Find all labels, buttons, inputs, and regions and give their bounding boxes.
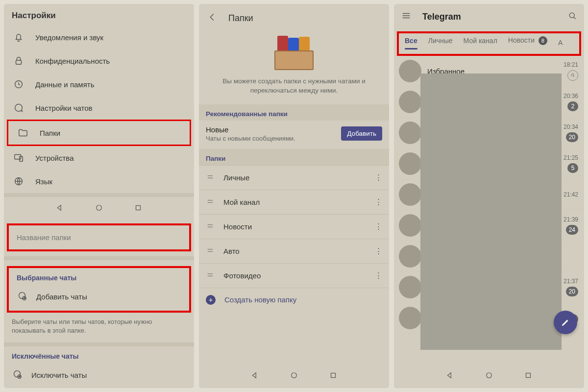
panel-settings: Настройки Уведомления и звук Конфиденциа… bbox=[4, 4, 194, 388]
more-icon[interactable]: ⋮ bbox=[375, 222, 382, 231]
drag-icon[interactable] bbox=[206, 172, 215, 183]
drag-icon[interactable] bbox=[206, 246, 215, 256]
avatar bbox=[399, 214, 421, 237]
exclude-chat-icon bbox=[12, 369, 23, 381]
settings-item-label: Устройства bbox=[35, 154, 74, 162]
nav-back-icon[interactable] bbox=[250, 371, 259, 382]
chat-time: 21:39 bbox=[564, 216, 578, 223]
add-chats-label: Добавить чаты bbox=[36, 293, 87, 301]
settings-item-privacy[interactable]: Конфиденциальность bbox=[4, 49, 194, 73]
search-icon[interactable] bbox=[567, 11, 577, 23]
add-chat-icon bbox=[17, 291, 27, 303]
nav-back-icon[interactable] bbox=[55, 203, 64, 214]
settings-item-folders[interactable]: Папки bbox=[7, 120, 191, 146]
unread-badge: 20 bbox=[566, 132, 578, 142]
unread-badge: 2 bbox=[567, 101, 578, 111]
folders-hero-text: Вы можете создать папки с нужными чатами… bbox=[214, 77, 374, 96]
add-recommended-button[interactable]: Добавить bbox=[341, 126, 382, 141]
nav-home-icon[interactable] bbox=[290, 371, 298, 382]
tab-personal[interactable]: Личные bbox=[428, 37, 453, 49]
folder-row[interactable]: Личные ⋮ bbox=[199, 165, 389, 190]
tab-all[interactable]: Все bbox=[405, 37, 417, 49]
folder-row[interactable]: Новости ⋮ bbox=[199, 214, 389, 239]
recommended-folder-row: Новые Чаты с новыми сообщениями. Добавит… bbox=[199, 121, 389, 149]
excluded-chats-hint: Выберите чаты или типы чатов, которые не… bbox=[4, 387, 194, 388]
folder-row[interactable]: Мой канал ⋮ bbox=[199, 190, 389, 214]
avatar bbox=[399, 307, 421, 329]
more-icon[interactable]: ⋮ bbox=[375, 197, 382, 206]
recommended-folder-title: Новые bbox=[206, 125, 295, 134]
app-title: Telegram bbox=[422, 12, 461, 22]
tab-news-badge: 8 bbox=[539, 36, 547, 45]
menu-icon[interactable] bbox=[401, 10, 412, 24]
avatar bbox=[399, 152, 421, 175]
settings-item-language[interactable]: Язык bbox=[4, 170, 194, 193]
clock-icon bbox=[13, 78, 24, 90]
more-icon[interactable]: ⋮ bbox=[375, 271, 382, 280]
chat-time: 21:25 bbox=[564, 154, 578, 161]
compose-fab[interactable] bbox=[554, 311, 577, 334]
add-chats-row[interactable]: Добавить чаты bbox=[9, 286, 189, 309]
chat-list[interactable]: Избранное 18:21 20:36 2 20:34 20 21:25 5… bbox=[394, 56, 584, 365]
folders-list: Личные ⋮ Мой канал ⋮ Новости ⋮ Авто ⋮ Фо… bbox=[199, 165, 389, 312]
selected-chats-hint: Выберите чаты или типы чатов, которые ну… bbox=[4, 313, 194, 343]
excluded-chats-header: Исключённые чаты bbox=[4, 346, 194, 364]
settings-item-label: Уведомления и звук bbox=[35, 33, 103, 42]
svg-point-9 bbox=[292, 373, 297, 378]
chat-icon bbox=[13, 102, 24, 114]
exclude-chats-row[interactable]: Исключить чаты bbox=[4, 364, 194, 387]
recommended-folders-header: Рекомендованные папки bbox=[199, 104, 389, 121]
plus-icon: + bbox=[206, 295, 216, 305]
folder-row[interactable]: Авто ⋮ bbox=[199, 239, 389, 263]
android-nav-bar[interactable] bbox=[4, 197, 194, 220]
selected-chats-highlight: Выбранные чаты Добавить чаты bbox=[7, 266, 191, 313]
android-nav-bar[interactable] bbox=[199, 365, 389, 388]
nav-home-icon[interactable] bbox=[95, 203, 103, 214]
tab-my-channel[interactable]: Мой канал bbox=[464, 37, 497, 49]
back-icon[interactable] bbox=[207, 12, 218, 25]
folders-header-title: Папки bbox=[228, 13, 253, 24]
settings-item-chat[interactable]: Настройки чатов bbox=[4, 96, 194, 120]
lock-icon bbox=[13, 55, 24, 67]
svg-rect-6 bbox=[136, 206, 141, 210]
settings-item-label: Конфиденциальность bbox=[35, 57, 110, 65]
svg-point-12 bbox=[487, 373, 492, 378]
folder-name-input[interactable] bbox=[9, 225, 189, 249]
folder-row[interactable]: Фотовидео ⋮ bbox=[199, 263, 389, 288]
bell-icon bbox=[13, 31, 24, 43]
settings-item-notifications[interactable]: Уведомления и звук bbox=[4, 25, 194, 49]
recommended-folder-sub: Чаты с новыми сообщениями. bbox=[206, 135, 295, 142]
exclude-chats-label: Исключить чаты bbox=[31, 371, 87, 379]
chat-time: 18:21 bbox=[564, 61, 578, 68]
folders-list-header: Папки bbox=[199, 149, 389, 165]
tab-news[interactable]: Новости 8 bbox=[508, 36, 547, 49]
nav-recents-icon[interactable] bbox=[524, 371, 533, 382]
svg-point-11 bbox=[569, 13, 574, 18]
folder-illustration-icon bbox=[274, 36, 314, 70]
avatar bbox=[399, 60, 421, 82]
unread-badge: 20 bbox=[566, 287, 578, 296]
more-icon[interactable]: ⋮ bbox=[375, 173, 382, 182]
nav-home-icon[interactable] bbox=[485, 371, 493, 382]
settings-title: Настройки bbox=[4, 4, 194, 25]
avatar bbox=[399, 122, 421, 144]
folder-row-label: Личные bbox=[223, 173, 249, 182]
nav-back-icon[interactable] bbox=[445, 371, 454, 382]
drag-icon[interactable] bbox=[206, 197, 215, 207]
settings-item-data[interactable]: Данные и память bbox=[4, 73, 194, 96]
unread-badge: 24 bbox=[566, 225, 578, 235]
more-icon[interactable]: ⋮ bbox=[375, 246, 382, 255]
panel-folders: Папки Вы можете создать папки с нужными … bbox=[199, 4, 389, 388]
drag-icon[interactable] bbox=[206, 270, 215, 281]
settings-item-devices[interactable]: Устройства bbox=[4, 146, 194, 170]
folder-tabs-highlight: Все Личные Мой канал Новости 8 А bbox=[397, 31, 581, 56]
drag-icon[interactable] bbox=[206, 221, 215, 232]
settings-item-label: Папки bbox=[40, 129, 60, 137]
avatar bbox=[399, 91, 421, 113]
tab-cutoff: А bbox=[558, 39, 563, 47]
nav-recents-icon[interactable] bbox=[134, 203, 143, 214]
android-nav-bar[interactable] bbox=[394, 365, 584, 388]
chat-time: 21:37 bbox=[564, 278, 578, 285]
create-folder-row[interactable]: + Создать новую папку bbox=[199, 288, 389, 312]
nav-recents-icon[interactable] bbox=[329, 371, 338, 382]
